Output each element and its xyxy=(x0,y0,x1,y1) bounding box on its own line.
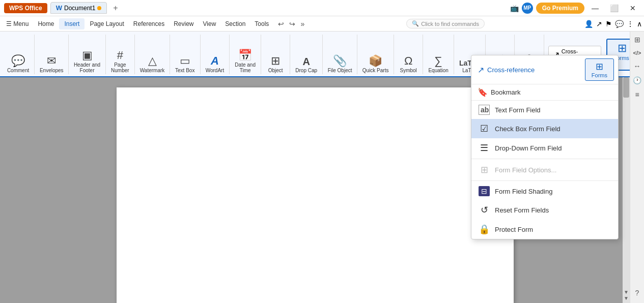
undo-button[interactable]: ↩ xyxy=(276,19,286,29)
ribbon-btn-envelopes[interactable]: ✉ Envelopes xyxy=(38,54,66,74)
ribbon-group-watermark: △ Watermark xyxy=(135,35,170,74)
ribbon-btn-drop-cap[interactable]: A Drop Cap xyxy=(293,55,319,74)
document-tab[interactable]: W Document1 xyxy=(50,2,107,14)
comment-ribbon-icon: 💬 xyxy=(11,55,25,67)
scrollbar-thumb[interactable] xyxy=(623,77,629,98)
title-bar-left: WPS Office W Document1 + xyxy=(4,2,121,14)
equation-icon: ∑ xyxy=(434,55,442,67)
bookmark-btn[interactable]: 🔖 Bookmark xyxy=(471,84,618,101)
ribbon-btn-date-time[interactable]: 📅 Date andTime xyxy=(233,49,258,74)
tab-home[interactable]: Home xyxy=(34,18,58,29)
ribbon-group-equation: ∑ Equation xyxy=(423,35,454,74)
drop-down-form-field-item[interactable]: ☰ Drop-Down Form Field xyxy=(471,138,618,158)
ribbon-btn-wordart[interactable]: A WordArt xyxy=(204,54,227,74)
search-icon: 🔍 xyxy=(412,20,419,27)
equation-label: Equation xyxy=(428,68,448,73)
forms-dropdown: ↗ Cross-reference ⊞ Forms 🔖 Bookmark ab … xyxy=(471,55,619,239)
redo-button[interactable]: ↪ xyxy=(287,19,297,29)
go-premium-button[interactable]: Go Premium xyxy=(536,3,584,14)
bookmark-label: Bookmark xyxy=(491,88,521,96)
text-form-field-item[interactable]: ab Text Form Field xyxy=(471,101,618,119)
right-panel: ⊞ </> ↔ 🕐 ≡ ? xyxy=(630,32,644,303)
forms-tab-icon: ⊞ xyxy=(596,61,603,72)
restore-button[interactable]: ⬜ xyxy=(606,3,623,13)
ribbon-btn-symbol[interactable]: Ω Symbol xyxy=(397,54,419,74)
ribbon-btn-text-box[interactable]: ▭ Text Box xyxy=(173,54,197,74)
drop-down-form-field-label: Drop-Down Form Field xyxy=(495,144,562,152)
form-field-shading-item[interactable]: ⊟ Form Field Shading xyxy=(471,182,618,200)
quick-parts-label: Quick Parts xyxy=(362,68,389,73)
text-form-field-label: Text Form Field xyxy=(495,106,541,114)
tab-tools[interactable]: Tools xyxy=(250,18,273,29)
right-panel-icon-clock[interactable]: 🕐 xyxy=(631,74,643,86)
right-panel-icon-arrow[interactable]: ↔ xyxy=(632,60,643,72)
right-panel-icon-1[interactable]: ⊞ xyxy=(632,34,642,46)
menu-icon: ☰ xyxy=(6,20,12,27)
ribbon-btn-object[interactable]: ⊞ Object xyxy=(264,54,287,74)
watermark-icon: △ xyxy=(148,55,157,67)
ribbon-group-page-number: # PageNumber xyxy=(106,35,135,74)
ribbon-btn-header-footer[interactable]: ▣ Header andFooter xyxy=(72,49,102,74)
ribbon-group-object: ⊞ Object xyxy=(261,35,290,74)
right-panel-icon-help[interactable]: ? xyxy=(633,287,641,299)
protect-form-item[interactable]: 🔒 Protect Form xyxy=(471,220,618,239)
forms-dropdown-top: ↗ Cross-reference ⊞ Forms xyxy=(471,55,618,84)
title-bar-right: 📺 MP Go Premium — ⬜ ✕ xyxy=(510,3,640,14)
close-button[interactable]: ✕ xyxy=(626,3,640,13)
ribbon-btn-equation[interactable]: ∑ Equation xyxy=(426,54,450,74)
ribbon-btn-page-number[interactable]: # PageNumber xyxy=(109,49,131,74)
form-field-shading-label: Form Field Shading xyxy=(495,188,552,195)
tab-references[interactable]: References xyxy=(129,18,169,29)
screen-icon: 📺 xyxy=(510,4,519,12)
ribbon-btn-watermark[interactable]: △ Watermark xyxy=(138,54,167,74)
search-commands[interactable]: 🔍 Click to find commands xyxy=(406,19,485,28)
forms-tab-active[interactable]: ⊞ Forms xyxy=(585,58,614,81)
user-icon[interactable]: 👤 xyxy=(584,20,593,28)
vertical-scrollbar[interactable]: ▼ ▼ xyxy=(623,77,630,303)
check-box-form-field-label: Check Box Form Field xyxy=(495,125,561,133)
menu-button[interactable]: ☰ Menu xyxy=(2,18,33,29)
document-page xyxy=(117,87,514,303)
more-button[interactable]: » xyxy=(298,19,306,29)
minimize-button[interactable]: — xyxy=(587,3,603,13)
scroll-down-arrow[interactable]: ▼ xyxy=(623,289,630,295)
right-panel-icon-lines[interactable]: ≡ xyxy=(633,88,641,101)
comment-label: Comment xyxy=(7,68,29,73)
menu-bar: ☰ Menu Home Insert Page Layout Reference… xyxy=(0,16,644,32)
share-icon[interactable]: ↗ xyxy=(596,20,602,28)
scroll-page-arrow[interactable]: ▼ xyxy=(623,295,630,301)
unsaved-dot xyxy=(97,6,101,10)
title-bar: WPS Office W Document1 + 📺 MP Go Premium… xyxy=(0,0,644,16)
right-panel-icon-code[interactable]: </> xyxy=(631,48,643,58)
ribbon-btn-quick-parts[interactable]: 📦 Quick Parts xyxy=(360,54,391,74)
form-field-options-label: Form Field Options... xyxy=(495,166,556,174)
toolbar-extra: 👤 ↗ ⚑ 💬 ⋮ ∧ xyxy=(584,20,642,28)
text-form-field-icon: ab xyxy=(479,105,490,115)
ribbon-btn-file-object[interactable]: 📎 File Object xyxy=(326,54,354,74)
flag-icon[interactable]: ⚑ xyxy=(605,20,612,28)
object-label: Object xyxy=(268,68,283,73)
tab-section[interactable]: Section xyxy=(221,18,249,29)
protect-form-label: Protect Form xyxy=(495,226,533,233)
divider-2 xyxy=(471,180,618,181)
add-tab-button[interactable]: + xyxy=(110,4,121,13)
more-options-icon[interactable]: ⋮ xyxy=(627,20,634,28)
tab-insert[interactable]: Insert xyxy=(59,18,85,29)
check-box-form-field-item[interactable]: ☑ Check Box Form Field xyxy=(471,119,618,138)
reset-form-fields-item[interactable]: ↺ Reset Form Fields xyxy=(471,200,618,220)
form-field-shading-icon: ⊟ xyxy=(479,186,490,196)
doc-name: Document1 xyxy=(64,5,95,12)
tab-page-layout[interactable]: Page Layout xyxy=(86,18,128,29)
tab-view[interactable]: View xyxy=(199,18,220,29)
tab-review[interactable]: Review xyxy=(170,18,198,29)
ribbon-group-quick-parts: 📦 Quick Parts xyxy=(357,35,394,74)
collapse-icon[interactable]: ∧ xyxy=(637,20,642,28)
watermark-label: Watermark xyxy=(140,68,165,73)
cross-reference-btn[interactable]: ↗ Cross-reference xyxy=(475,63,585,77)
ribbon-btn-comment[interactable]: 💬 Comment xyxy=(5,54,31,74)
ribbon-group-text-box: ▭ Text Box xyxy=(170,35,201,74)
avatar[interactable]: MP xyxy=(522,3,533,14)
comment-icon[interactable]: 💬 xyxy=(615,20,624,28)
wps-office-button[interactable]: WPS Office xyxy=(4,3,47,13)
form-field-options-item: ⊞ Form Field Options... xyxy=(471,160,618,179)
